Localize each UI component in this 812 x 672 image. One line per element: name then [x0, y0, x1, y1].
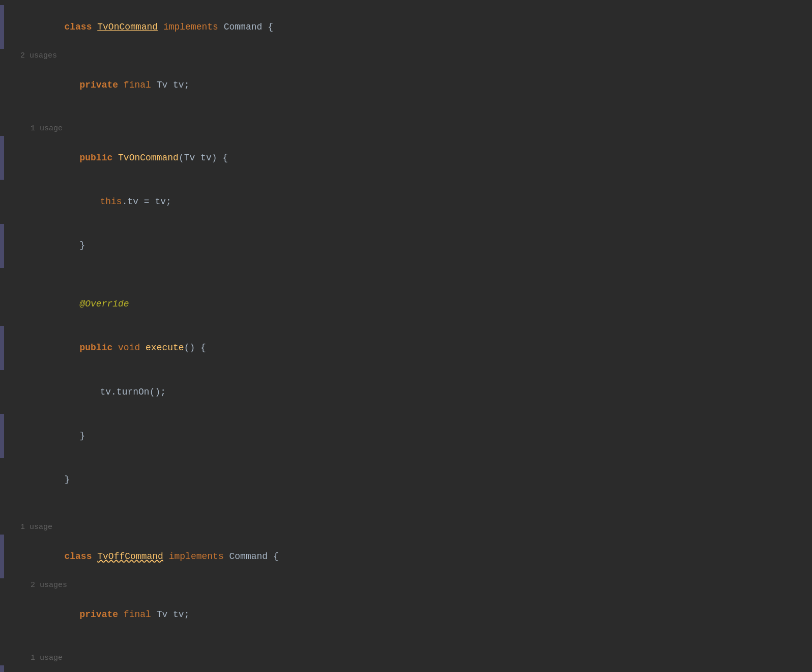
kw-final: final [124, 609, 157, 620]
line-constructor-tvoff: public TvOffCommand(Tv tv) { [0, 665, 812, 672]
line-content: tv.turnOn(); [5, 370, 166, 414]
keyword-implements: implements [169, 551, 224, 562]
var-tv: tv [173, 609, 184, 620]
gutter-marker [0, 5, 4, 49]
line-content: class TvOnCommand implements Command { [5, 5, 273, 49]
constructor-tvoncommand: TvOnCommand [118, 153, 179, 163]
semicolon: ; [184, 80, 190, 90]
interface-command: Command [224, 22, 263, 32]
hint-text: 2 usages [20, 50, 57, 62]
tv-on-command-section: class TvOnCommand implements Command { 2… [0, 5, 812, 502]
code-editor: class TvOnCommand implements Command { 2… [0, 0, 812, 672]
line-override-on: @Override [0, 282, 812, 326]
keyword-implements: implements [163, 22, 218, 32]
line-class-tvoffcommand: class TvOffCommand implements Command { [0, 535, 812, 578]
gutter-marker [0, 224, 4, 268]
punctuation [163, 551, 169, 562]
hint-text: 1 usage [31, 652, 63, 664]
line-execute-on: public void execute() { [0, 326, 812, 370]
line-turnon: tv.turnOn(); [0, 370, 812, 414]
line-content: private final Tv tv; [5, 63, 189, 107]
line-content: } [5, 224, 85, 268]
paren: ( [179, 153, 184, 163]
hint-2-usages-tvoff: 2 usages [0, 578, 812, 593]
gutter-marker [0, 665, 4, 672]
keyword-class: class [64, 22, 97, 32]
kw-this: this [100, 197, 122, 207]
kw-final: final [124, 80, 157, 90]
gutter-marker [0, 326, 4, 370]
line-content: private final Tv tv; [5, 593, 189, 636]
line-content: class TvOffCommand implements Command { [5, 535, 279, 578]
hint-text: 1 usage [31, 123, 63, 135]
line-this-tv-on: this.tv = tv; [0, 180, 812, 223]
class-name-tvoffcommand: TvOffCommand [97, 551, 163, 562]
kw-public: public [79, 153, 118, 163]
kw-private: private [79, 80, 123, 90]
dot-assign: .tv = [122, 197, 155, 207]
var-tv: tv [173, 80, 184, 90]
semicolon: ; [166, 197, 171, 207]
line-content: public TvOffCommand(Tv tv) { [5, 665, 234, 672]
hint-1-usage-constructor-on: 1 usage [0, 122, 812, 136]
hint-text: 2 usages [31, 579, 67, 592]
hint-1-usage-class-off: 1 usage [0, 520, 812, 535]
line-content: } [5, 458, 70, 502]
paren-brace: ) { [212, 153, 228, 163]
line-constructor-tvon: public TvOnCommand(Tv tv) { [0, 136, 812, 180]
line-close-execute-on: } [0, 414, 812, 458]
class-name-tvoncommand: TvOnCommand [97, 22, 158, 32]
punctuation [218, 22, 224, 32]
line-content: public TvOnCommand(Tv tv) { [5, 136, 228, 180]
gutter-marker [0, 136, 4, 180]
method-execute-on: execute [146, 343, 184, 353]
line-private-tv-on: private final Tv tv; [0, 63, 812, 107]
annotation-override: @Override [79, 299, 129, 309]
class-close-brace: } [64, 474, 70, 485]
line-class-tvocommand: class TvOnCommand implements Command { [0, 5, 812, 49]
empty-line [0, 637, 812, 651]
paren-brace: () { [184, 343, 206, 353]
punctuation-brace: { [268, 551, 279, 562]
param-tv: tv [200, 153, 212, 163]
type-tv: Tv [157, 80, 173, 90]
gutter-marker [0, 414, 4, 458]
type-tv: Tv [157, 609, 173, 620]
hint-1-usage-constructor-off: 1 usage [0, 651, 812, 665]
method-call-on: .turnOn(); [111, 387, 166, 397]
semicolon: ; [184, 609, 190, 620]
kw-private: private [79, 609, 123, 620]
punctuation-brace: { [262, 22, 273, 32]
gutter-marker [0, 535, 4, 578]
empty-line [0, 107, 812, 122]
line-content: this.tv = tv; [5, 180, 171, 223]
kw-void: void [118, 343, 146, 353]
line-private-tv-off: private final Tv tv; [0, 593, 812, 636]
line-close-constructor-on: } [0, 224, 812, 268]
line-content: public void execute() { [5, 326, 206, 370]
punctuation [224, 551, 229, 562]
line-content: } [5, 414, 85, 458]
line-close-class-on: } [0, 458, 812, 502]
brace-close: } [79, 431, 85, 441]
keyword-class: class [64, 551, 97, 562]
var-tv-call: tv [100, 387, 111, 397]
punctuation [158, 22, 163, 32]
tv-off-command-section: 1 usage class TvOffCommand implements Co… [0, 520, 812, 672]
var-tv-assign: tv [155, 197, 166, 207]
interface-command-off: Command [229, 551, 268, 562]
type-tv-param: Tv [184, 153, 200, 163]
kw-public: public [79, 343, 118, 353]
hint-text: 1 usage [20, 521, 52, 534]
section-separator [0, 502, 812, 520]
hint-2-usages-tvon: 2 usages [0, 49, 812, 63]
empty-line [0, 268, 812, 282]
brace-close: } [79, 240, 85, 250]
line-content: @Override [5, 282, 129, 326]
